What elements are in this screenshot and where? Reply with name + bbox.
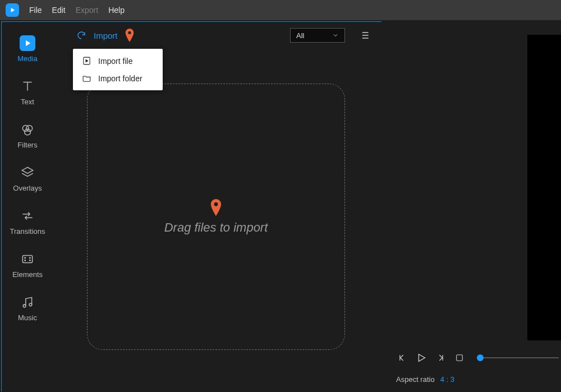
svg-point-8 xyxy=(23,305,26,307)
folder-icon xyxy=(82,73,91,83)
import-menu-file[interactable]: Import file xyxy=(73,52,163,70)
filter-selected-label: All xyxy=(296,31,304,40)
elements-icon xyxy=(20,251,35,267)
media-dropzone[interactable]: Drag files to import xyxy=(87,84,345,350)
workspace: Media Text Filters Overlays Transitions xyxy=(1,21,381,391)
aspect-ratio-value[interactable]: 4 : 3 xyxy=(440,375,454,384)
seek-slider[interactable] xyxy=(477,357,559,358)
svg-rect-11 xyxy=(457,355,463,361)
play-icon xyxy=(20,35,35,51)
svg-point-5 xyxy=(25,260,26,261)
filters-icon xyxy=(20,122,35,137)
svg-point-6 xyxy=(30,257,31,259)
play-button[interactable] xyxy=(415,352,427,364)
marker-icon xyxy=(125,29,135,42)
import-menu-folder[interactable]: Import folder xyxy=(73,70,163,87)
next-frame-button[interactable] xyxy=(434,352,447,364)
menubar: File Edit Export Help xyxy=(0,0,561,20)
svg-point-2 xyxy=(25,129,31,135)
transitions-icon xyxy=(20,208,35,224)
menu-help[interactable]: Help xyxy=(108,6,125,15)
svg-rect-3 xyxy=(22,256,32,263)
menu-edit[interactable]: Edit xyxy=(52,6,66,15)
sidebar-item-filters[interactable]: Filters xyxy=(2,116,53,159)
svg-point-1 xyxy=(26,125,33,131)
sidebar-item-media[interactable]: Media xyxy=(2,30,53,73)
import-menu-folder-label: Import folder xyxy=(98,74,142,83)
aspect-ratio-row: Aspect ratio 4 : 3 xyxy=(396,375,454,384)
filter-dropdown[interactable]: All xyxy=(290,28,345,43)
sidebar-item-label: Music xyxy=(18,313,37,322)
sidebar: Media Text Filters Overlays Transitions xyxy=(2,22,53,392)
import-button[interactable]: Import xyxy=(94,31,118,40)
sidebar-item-label: Media xyxy=(17,54,37,63)
file-play-icon xyxy=(82,56,91,66)
app-logo xyxy=(6,3,19,17)
svg-point-4 xyxy=(25,257,26,259)
aspect-ratio-label: Aspect ratio xyxy=(396,375,435,384)
text-icon xyxy=(20,79,35,94)
video-preview xyxy=(527,35,561,340)
refresh-icon xyxy=(76,30,86,40)
list-view-icon xyxy=(359,30,370,41)
transport-controls xyxy=(393,349,561,367)
refresh-button[interactable] xyxy=(76,30,87,41)
stop-button[interactable] xyxy=(453,352,466,364)
svg-point-9 xyxy=(29,303,32,306)
sidebar-item-label: Filters xyxy=(17,141,37,149)
chevron-down-icon xyxy=(332,32,339,39)
menu-file[interactable]: File xyxy=(29,6,42,15)
sidebar-item-label: Transitions xyxy=(10,227,45,236)
sidebar-item-label: Overlays xyxy=(13,184,42,192)
menu-export: Export xyxy=(76,6,98,15)
sidebar-item-label: Text xyxy=(21,98,34,106)
sidebar-item-elements[interactable]: Elements xyxy=(2,246,53,289)
sidebar-item-label: Elements xyxy=(12,270,43,279)
preview-panel: Aspect ratio 4 : 3 xyxy=(393,21,561,391)
import-menu: Import file Import folder xyxy=(73,49,163,90)
content-panel: Import All Import file Import folder xyxy=(53,22,382,392)
svg-point-7 xyxy=(30,260,31,261)
seek-knob[interactable] xyxy=(477,354,484,361)
sidebar-item-overlays[interactable]: Overlays xyxy=(2,159,53,202)
music-icon xyxy=(20,294,35,310)
overlays-icon xyxy=(20,165,35,181)
dropzone-text: Drag files to import xyxy=(164,220,268,235)
sidebar-item-text[interactable]: Text xyxy=(2,73,53,116)
logo-icon xyxy=(8,6,16,14)
sidebar-item-music[interactable]: Music xyxy=(2,289,53,332)
marker-icon xyxy=(210,199,222,216)
sidebar-item-transitions[interactable]: Transitions xyxy=(2,202,53,246)
import-menu-file-label: Import file xyxy=(98,57,132,66)
content-toolbar: Import All xyxy=(53,22,382,49)
view-toggle-button[interactable] xyxy=(358,29,371,41)
prev-frame-button[interactable] xyxy=(396,352,408,364)
